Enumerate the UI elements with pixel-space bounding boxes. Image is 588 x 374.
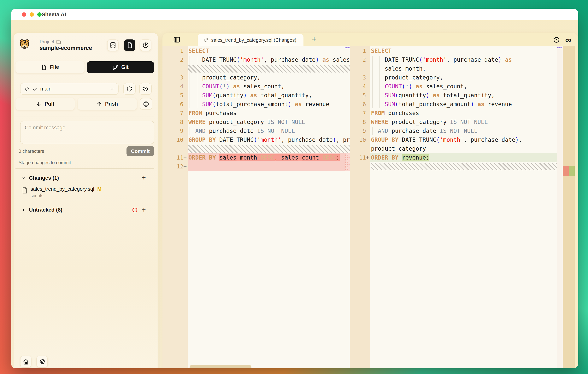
code-line: SELECT — [370, 46, 557, 55]
discard-untracked-button[interactable] — [132, 207, 138, 213]
code-line: SUM(quantity) as total_quantity, — [188, 91, 350, 100]
char-count: 0 characters — [19, 148, 44, 154]
line-number: 7 — [350, 109, 370, 118]
code-line: GROUP BY DATE_TRUNC('month', purchase_da… — [370, 135, 557, 144]
diff-filler — [188, 64, 350, 73]
code-line: FROM purchases — [370, 109, 557, 118]
database-view-button[interactable] — [107, 40, 119, 51]
code-row: 4 COUNT(*) as sales_count, — [162, 82, 350, 91]
tab-git[interactable]: Git — [87, 61, 154, 73]
commit-button[interactable]: Commit — [126, 146, 154, 156]
file-icon — [41, 64, 47, 70]
line-number: 7 — [162, 109, 188, 118]
arrow-down-icon — [36, 101, 42, 107]
sidebar: Project sample-ecommerce — [13, 33, 158, 368]
file-history-button[interactable] — [553, 36, 560, 44]
branch-name: main — [40, 86, 52, 92]
stage-untracked-button[interactable]: + — [142, 206, 146, 213]
code-line: WHERE product_category IS NOT NULL — [370, 118, 557, 126]
close-window-button[interactable] — [22, 12, 26, 17]
code-line: DATE_TRUNC('month', purchase_date) as sa… — [188, 55, 350, 64]
ruler-added-mark — [569, 166, 575, 176]
line-number — [350, 64, 370, 73]
horizontal-scrollbar-thumb[interactable] — [189, 365, 252, 368]
file-view-button[interactable] — [124, 40, 135, 51]
diff-pane-modified: 1SELECT2 DATE_TRUNC('month', purchase_da… — [350, 46, 557, 171]
remote-button[interactable] — [140, 98, 152, 110]
git-branch-icon — [203, 38, 209, 43]
settings-button[interactable] — [36, 356, 48, 368]
branch-history-button[interactable] — [139, 83, 152, 95]
line-number: 2 — [162, 55, 188, 64]
new-tab-button[interactable]: + — [310, 35, 318, 43]
history-icon — [553, 36, 560, 43]
line-number: 1 — [350, 46, 370, 55]
code-line: AND purchase_date IS NOT NULL — [188, 126, 350, 135]
refresh-button[interactable] — [123, 83, 136, 95]
tab-file[interactable]: File — [15, 61, 84, 73]
line-number: 4 — [162, 82, 188, 91]
line-number: 9 — [350, 126, 370, 135]
minimize-window-button[interactable] — [30, 12, 34, 17]
code-line: COUNT(*) as sales_count, — [370, 82, 557, 91]
changed-file-path: scripts — [31, 193, 102, 198]
code-row: 1SELECT — [350, 46, 557, 55]
code-row — [162, 144, 350, 153]
changed-file-name: sales_trend_by_category.sql — [31, 186, 94, 192]
diff-view: 1SELECT2 DATE_TRUNC('month', purchase_da… — [162, 46, 575, 368]
code-row: 10GROUP BY DATE_TRUNC('month', purchase_… — [162, 135, 350, 144]
untracked-header-label: Untracked (8) — [29, 207, 63, 213]
commit-message-input[interactable] — [20, 121, 154, 144]
code-row: 8WHERE product_category IS NOT NULL — [350, 118, 557, 126]
code-row: 2 DATE_TRUNC('month', purchase_date) as — [350, 55, 557, 64]
untracked-section-header[interactable]: Untracked (8) — [21, 207, 63, 213]
editor-tab-label: sales_trend_by_category.sql (Changes) — [211, 37, 296, 43]
home-button[interactable] — [20, 356, 32, 368]
line-number — [162, 64, 188, 73]
chevron-right-icon — [21, 208, 26, 212]
project-avatar-cheetah — [19, 39, 30, 49]
line-number: 3 — [162, 73, 188, 82]
push-button[interactable]: Push — [78, 98, 137, 110]
right-scrollbar-track[interactable] — [557, 46, 563, 368]
code-row: 8WHERE product_category IS NOT NULL — [162, 118, 350, 126]
globe-icon — [143, 101, 149, 107]
chart-view-button[interactable] — [140, 40, 151, 51]
code-row: 11+ORDER BY revenue; — [350, 153, 557, 162]
line-number: 12− — [162, 162, 188, 171]
diff-overview-ruler[interactable] — [563, 46, 575, 368]
line-number: 11+ — [350, 153, 370, 162]
line-number: 8 — [350, 118, 370, 126]
editor-tab-active[interactable]: sales_trend_by_category.sql (Changes) — [198, 34, 304, 46]
pull-label: Pull — [44, 101, 54, 107]
code-row: 5 SUM(quantity) as total_quantity, — [162, 91, 350, 100]
code-line: WHERE product_category IS NOT NULL — [188, 118, 350, 126]
history-icon — [143, 86, 148, 92]
code-line: ORDER BY revenue; — [370, 153, 557, 162]
tab-file-label: File — [50, 64, 59, 70]
left-scroll-diff-mark — [345, 153, 350, 171]
stage-all-button[interactable]: + — [142, 174, 146, 181]
zoom-window-button[interactable] — [37, 12, 42, 17]
code-row: 10GROUP BY DATE_TRUNC('month', purchase_… — [350, 135, 557, 144]
code-row — [350, 162, 557, 171]
editor-tab-bar: sales_trend_by_category.sql (Changes) + … — [162, 33, 578, 46]
chevron-down-icon — [21, 176, 26, 180]
code-row: 3 product_category, — [162, 73, 350, 82]
live-mode-button[interactable]: ∞ — [564, 36, 572, 44]
code-line: product_category, — [188, 73, 350, 82]
sidebar-toggle-button[interactable] — [173, 36, 180, 43]
branch-select[interactable]: main — [20, 83, 119, 95]
pull-button[interactable]: Pull — [15, 98, 75, 110]
window-title: Sheeta AI — [42, 11, 66, 18]
line-number — [350, 162, 370, 171]
code-line: DATE_TRUNC('month', purchase_date) as — [370, 55, 557, 64]
changed-file-item[interactable]: sales_trend_by_category.sql M scripts — [22, 186, 102, 198]
code-line: FROM purchases — [188, 109, 350, 118]
line-number: 10 — [350, 135, 370, 144]
app-window: Sheeta AI — [11, 9, 578, 368]
changes-section-header[interactable]: Changes (1) — [21, 175, 59, 181]
code-row: 7FROM purchases — [162, 109, 350, 118]
code-line: COUNT(*) as sales_count, — [188, 82, 350, 91]
undo-icon — [132, 207, 138, 213]
